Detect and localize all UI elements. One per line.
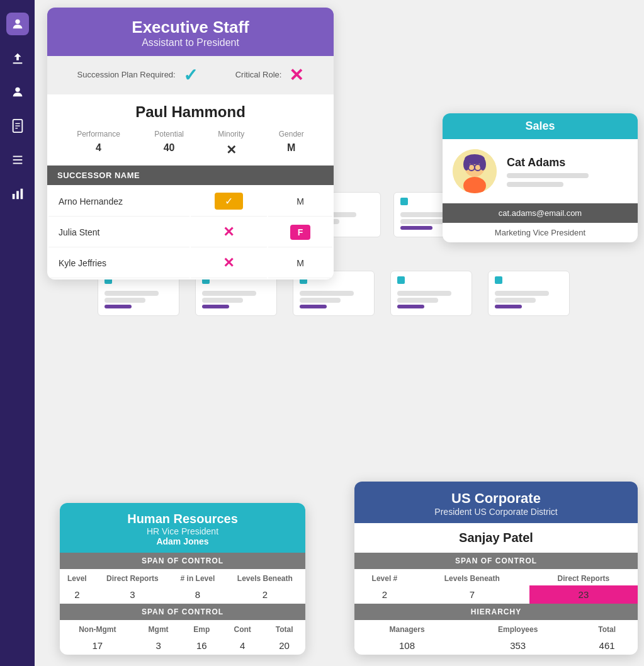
hr-card-header: Human Resources HR Vice President Adam J… xyxy=(60,503,305,553)
succession-row: Succession Plan Required: ✓ Critical Rol… xyxy=(47,56,334,94)
col-level-num: Level # xyxy=(354,569,415,585)
corporate-subtitle: President US Corporate District xyxy=(361,507,631,517)
x-badge-3: ✕ xyxy=(223,255,234,271)
critical-role-label: Critical Role: xyxy=(235,70,282,81)
hr-span-table2: Non-Mgmt Mgmt Emp Cont Total 17 3 16 4 2… xyxy=(60,620,305,655)
potential-value: 40 xyxy=(154,142,184,154)
svg-point-0 xyxy=(15,20,20,24)
hr-span-table1: Level Direct Reports # in Level Levels B… xyxy=(60,569,305,604)
svg-point-1 xyxy=(15,87,20,92)
sidebar xyxy=(0,0,35,666)
potential-label: Potential xyxy=(154,130,184,138)
org-node-6 xyxy=(390,271,472,316)
executive-person-name: Paul Hammond xyxy=(47,94,334,126)
succession-plan-label: Succession Plan Required: xyxy=(77,70,176,81)
corporate-span-table: Level # Levels Beneath Direct Reports 2 … xyxy=(354,569,638,604)
performance-label: Performance xyxy=(77,130,120,138)
cell-employees: 353 xyxy=(460,636,576,655)
svg-rect-11 xyxy=(20,189,23,200)
col-direct-reports: Direct Reports xyxy=(94,569,171,585)
corporate-card-header: US Corporate President US Corporate Dist… xyxy=(354,482,638,523)
minority-stat: Minority ✕ xyxy=(218,130,244,157)
cell-in-level: 8 xyxy=(171,585,225,604)
critical-x-icon: ✕ xyxy=(289,65,303,86)
corporate-hierarchy-header: HIERARCHY xyxy=(354,604,638,620)
user2-sidebar-icon[interactable] xyxy=(6,81,29,103)
sales-info-line1 xyxy=(507,173,589,178)
table-row: Kyle Jeffries ✕ M xyxy=(48,249,332,278)
col-level: Level xyxy=(60,569,94,585)
cell-total: 20 xyxy=(263,636,305,655)
successor-ready-1: ✓ xyxy=(191,186,268,217)
col-employees: Employees xyxy=(460,620,576,636)
critical-role-item: Critical Role: ✕ xyxy=(235,65,304,86)
sales-job-title: Marketing Vice President xyxy=(443,223,638,242)
doc-sidebar-icon[interactable] xyxy=(6,115,29,137)
successor-ready-3: ✕ xyxy=(191,249,268,278)
hr-subtitle: HR Vice President xyxy=(66,526,299,536)
successor-name-1: Arno Hernandez xyxy=(48,186,189,217)
gender-value: M xyxy=(279,142,304,154)
sales-card-header: Sales xyxy=(443,113,638,139)
hr-span-header1: SPAN OF CONTROL xyxy=(60,553,305,569)
corporate-title: US Corporate xyxy=(361,490,631,507)
successor-header: SUCCESSOR NAME xyxy=(47,166,334,185)
female-badge: F xyxy=(290,225,311,240)
successor-gender-3: M xyxy=(268,249,332,278)
svg-rect-10 xyxy=(16,191,19,199)
executive-card: Executive Staff Assistant to President S… xyxy=(47,8,334,279)
hr-title: Human Resources xyxy=(66,512,299,526)
svg-rect-9 xyxy=(12,194,14,199)
table-row: 2 7 23 xyxy=(354,585,638,604)
cell-level-num: 2 xyxy=(354,585,415,604)
col-total-h: Total xyxy=(576,620,638,636)
cell-emp: 16 xyxy=(181,636,222,655)
cell-mgmt: 3 xyxy=(135,636,182,655)
check-badge: ✓ xyxy=(215,193,243,210)
col-direct-reports-corp: Direct Reports xyxy=(529,569,638,585)
cell-direct-reports-corp: 23 xyxy=(529,585,638,604)
executive-card-header: Executive Staff Assistant to President xyxy=(47,8,334,56)
col-mgmt: Mgmt xyxy=(135,620,182,636)
successor-name-3: Kyle Jeffries xyxy=(48,249,189,278)
executive-subtitle: Assistant to President xyxy=(54,37,327,48)
col-managers: Managers xyxy=(354,620,460,636)
hr-span-header2: SPAN OF CONTROL xyxy=(60,604,305,620)
cell-level: 2 xyxy=(60,585,94,604)
table-row: 17 3 16 4 20 xyxy=(60,636,305,655)
list-sidebar-icon[interactable] xyxy=(6,149,29,171)
hr-card: Human Resources HR Vice President Adam J… xyxy=(60,503,305,655)
executive-title: Executive Staff xyxy=(54,18,327,37)
successor-name-2: Julia Stent xyxy=(48,218,189,247)
col-emp: Emp xyxy=(181,620,222,636)
col-levels-beneath-corp: Levels Beneath xyxy=(415,569,529,585)
corporate-card: US Corporate President US Corporate Dist… xyxy=(354,482,638,655)
col-cont: Cont xyxy=(222,620,263,636)
successor-ready-2: ✕ xyxy=(191,218,268,247)
potential-stat: Potential 40 xyxy=(154,130,184,157)
org-node-7 xyxy=(488,271,570,316)
corporate-span-header: SPAN OF CONTROL xyxy=(354,553,638,569)
sales-info-line2 xyxy=(507,182,563,187)
minority-value: ✕ xyxy=(218,142,244,157)
upload-sidebar-icon[interactable] xyxy=(6,47,29,69)
performance-stat: Performance 4 xyxy=(77,130,120,157)
minority-label: Minority xyxy=(218,130,244,138)
person-sidebar-icon[interactable] xyxy=(6,13,29,35)
cell-total-h: 461 xyxy=(576,636,638,655)
hr-person-name: Adam Jones xyxy=(66,536,299,546)
x-badge-2: ✕ xyxy=(223,224,234,240)
sales-card-body: Cat Adams xyxy=(443,139,638,203)
table-row: 108 353 461 xyxy=(354,636,638,655)
sales-person-info: Cat Adams xyxy=(507,156,589,187)
cell-direct-reports: 3 xyxy=(94,585,171,604)
cell-cont: 4 xyxy=(222,636,263,655)
succession-check-icon: ✓ xyxy=(183,65,198,86)
successor-table: Arno Hernandez ✓ M Julia Stent ✕ F Kyle … xyxy=(47,185,334,279)
chart-sidebar-icon[interactable] xyxy=(6,183,29,205)
avatar xyxy=(453,149,497,193)
performance-value: 4 xyxy=(77,142,120,154)
gender-stat: Gender M xyxy=(279,130,304,157)
corporate-hierarchy-table: Managers Employees Total 108 353 461 xyxy=(354,620,638,655)
table-row: Julia Stent ✕ F xyxy=(48,218,332,247)
